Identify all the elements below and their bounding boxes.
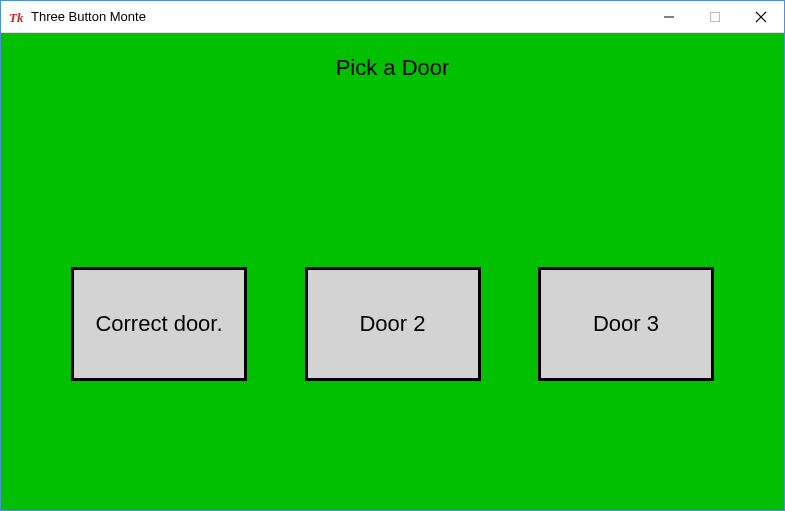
tk-icon: Tk: [9, 9, 25, 25]
door-3-button[interactable]: Door 3: [538, 267, 714, 381]
door-1-button[interactable]: Correct door.: [71, 267, 247, 381]
svg-text:Tk: Tk: [9, 10, 24, 25]
titlebar: Tk Three Button Monte: [1, 1, 784, 33]
door-row: Correct door. Door 2 Door 3: [71, 267, 714, 381]
client-area: Pick a Door Correct door. Door 2 Door 3: [1, 33, 784, 510]
door-2-button[interactable]: Door 2: [305, 267, 481, 381]
app-window: Tk Three Button Monte Pick a Door Correc…: [0, 0, 785, 511]
prompt-label: Pick a Door: [1, 55, 784, 81]
minimize-button[interactable]: [646, 1, 692, 32]
window-controls: [646, 1, 784, 32]
svg-rect-2: [711, 12, 720, 21]
maximize-button[interactable]: [692, 1, 738, 32]
close-button[interactable]: [738, 1, 784, 32]
window-title: Three Button Monte: [31, 9, 146, 24]
